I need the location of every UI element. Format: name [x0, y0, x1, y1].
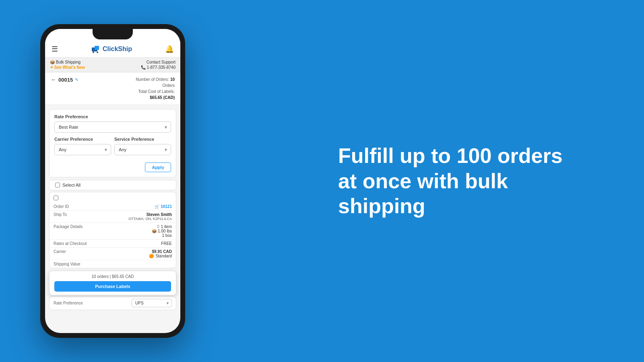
order-checkbox[interactable] — [54, 195, 58, 200]
pkg-box: 1 box — [152, 233, 172, 238]
rate-bottom-row: Rate Preference UPS FedEx Canada Post ▼ — [50, 297, 176, 310]
back-button[interactable]: ← — [51, 76, 56, 83]
svg-point-3 — [97, 51, 98, 53]
rate-preference-label: Rate Preference — [54, 114, 171, 119]
page-header: ← 00015 ✎ Number of Orders: 10 Orders To… — [45, 72, 180, 105]
rates-checkout-label: Rates at Checkout — [54, 241, 87, 246]
sub-header: 📦 Bulk Shipping ✦ See What's New Contact… — [45, 58, 180, 72]
rate-preference-select[interactable]: Best Rate Cheapest Fastest — [54, 121, 171, 133]
phone-screen: ☰ ClickShip 🔔 📦 — [45, 29, 180, 333]
carrier-value: $9.91 CAD 🟠 Standard — [149, 249, 172, 258]
shopify-icon: 🛒 — [155, 204, 159, 209]
apply-btn-row: Apply — [54, 162, 171, 172]
service-preference-select[interactable]: Any Standard Express — [114, 144, 171, 155]
clickship-logo-icon — [91, 44, 101, 54]
app-logo-text: ClickShip — [103, 45, 132, 53]
scroll-content[interactable]: Rate Preference Best Rate Cheapest Faste… — [45, 105, 180, 333]
ship-to-label: Ship To — [54, 212, 67, 217]
ship-to-address: OTTAWA, ON, K2P1L4,CA — [128, 217, 172, 221]
order-id-row: Order ID 🛒 10121 — [50, 203, 176, 211]
contact-support-link[interactable]: Contact Support — [147, 60, 175, 64]
service-preference-label: Service Preference — [114, 137, 171, 142]
app-header: ☰ ClickShip 🔔 — [45, 29, 180, 58]
popup-summary-text: 10 orders | $65.65 CAD — [54, 274, 171, 279]
rate-bottom-select-wrapper: UPS FedEx Canada Post ▼ — [132, 299, 172, 307]
rate-bottom-select[interactable]: UPS FedEx Canada Post — [132, 299, 172, 307]
carrier-price: $9.91 CAD — [149, 249, 172, 254]
ship-to-name: Steven Smith — [128, 212, 172, 217]
order-id-display: 00015 — [58, 77, 73, 83]
carrier-label: Carrier — [54, 249, 66, 254]
hamburger-icon[interactable]: ☰ — [52, 45, 58, 53]
purchase-popup: 10 orders | $65.65 CAD Purchase Labels — [49, 271, 176, 295]
rates-checkout-row: Rates at Checkout FREE — [50, 240, 176, 248]
select-all-label: Select All — [62, 183, 80, 187]
svg-marker-1 — [95, 46, 99, 50]
rate-preference-card: Rate Preference Best Rate Cheapest Faste… — [49, 109, 176, 177]
select-all-row: Select All — [49, 180, 176, 190]
see-whats-new-link[interactable]: ✦ See What's New — [50, 65, 85, 70]
promo-headline: Fulfill up to 100 orders at once with bu… — [338, 143, 564, 218]
sub-header-left: 📦 Bulk Shipping ✦ See What's New — [50, 60, 85, 70]
back-row: ← 00015 ✎ — [51, 76, 78, 83]
order-card: Order ID 🛒 10121 Ship To Steven Smith OT… — [49, 192, 176, 268]
carrier-preference-label: Carrier Preference — [54, 137, 111, 142]
rate-preference-bottom-card: Rate Preference UPS FedEx Canada Post ▼ — [49, 297, 176, 310]
pkg-weight: 1.00 lbs — [158, 229, 172, 233]
rate-preference-bottom-label: Rate Preference — [54, 301, 83, 305]
carrier-logo-row: 🟠 Standard — [149, 254, 172, 258]
purchase-labels-button[interactable]: Purchase Labels — [54, 281, 171, 292]
pkg-items: 1 item — [161, 224, 172, 229]
carrier-select-wrapper: Any UPS FedEx Canada Post ▼ — [54, 144, 111, 155]
phone-wrapper: ☰ ClickShip 🔔 📦 — [0, 0, 225, 362]
shipping-value-row: Shipping Value — [50, 260, 176, 268]
bell-icon[interactable]: 🔔 — [165, 45, 174, 53]
promo-section: Fulfill up to 100 orders at once with bu… — [258, 127, 644, 234]
order-summary: Number of Orders: 10 Orders Total Cost o… — [136, 76, 175, 101]
total-cost-value: $65.65 (CAD) — [150, 95, 175, 100]
logo-area: ClickShip — [91, 44, 132, 54]
carrier-service: Standard — [155, 254, 172, 258]
service-select-wrapper: Any Standard Express ▼ — [114, 144, 171, 155]
carrier-preference-select[interactable]: Any UPS FedEx Canada Post — [54, 144, 111, 155]
rates-checkout-value: FREE — [161, 241, 172, 246]
carrier-service-row: Carrier Preference Any UPS FedEx Canada … — [54, 137, 171, 159]
carrier-row: Carrier $9.91 CAD 🟠 Standard — [50, 248, 176, 260]
package-details-value: 0 1 item 📦 1.00 lbs 1 box — [152, 224, 172, 238]
ship-to-value: Steven Smith OTTAWA, ON, K2P1L4,CA — [128, 212, 172, 221]
apply-button[interactable]: Apply — [145, 162, 171, 172]
order-id-row-value[interactable]: 🛒 10121 — [155, 204, 172, 209]
num-orders-value: 10 — [170, 77, 175, 82]
ship-to-row: Ship To Steven Smith OTTAWA, ON, K2P1L4,… — [50, 211, 176, 223]
orders-label: Orders — [136, 82, 175, 88]
svg-point-2 — [93, 51, 94, 53]
ups-logo-icon: 🟠 — [149, 254, 154, 258]
package-details-label: Package Details — [54, 224, 83, 229]
order-id-row-label: Order ID — [54, 204, 69, 209]
pkg-num: 0 — [157, 224, 159, 229]
rate-preference-select-wrapper: Best Rate Cheapest Fastest ▼ — [54, 121, 171, 133]
phone-device: ☰ ClickShip 🔔 📦 — [40, 24, 185, 338]
total-cost-label: Total Cost of Labels: — [138, 89, 175, 94]
service-preference-wrapper: Service Preference Any Standard Express … — [114, 137, 171, 159]
package-details-row: Package Details 0 1 item 📦 1.00 lbs 1 bo… — [50, 223, 176, 240]
carrier-preference-wrapper: Carrier Preference Any UPS FedEx Canada … — [54, 137, 111, 159]
pkg-icon: 📦 — [152, 229, 157, 233]
edit-icon[interactable]: ✎ — [75, 77, 78, 82]
sub-header-right: Contact Support 📞 1-877-335-8740 — [141, 60, 175, 70]
order-card-checkbox-row — [50, 192, 176, 203]
phone-number-text: 📞 1-877-335-8740 — [141, 65, 175, 70]
box-icon: 📦 — [50, 60, 55, 64]
num-orders-label: Number of Orders: — [136, 77, 169, 82]
bulk-shipping-link[interactable]: 📦 Bulk Shipping — [50, 60, 85, 64]
select-all-checkbox[interactable] — [55, 183, 60, 187]
shipping-value-label: Shipping Value — [54, 262, 80, 266]
